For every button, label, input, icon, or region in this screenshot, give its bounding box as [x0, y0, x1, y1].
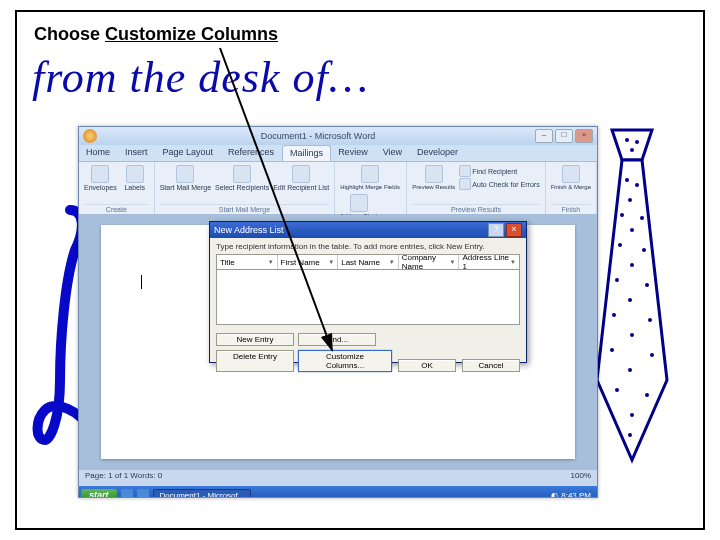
status-zoom[interactable]: 100%	[571, 471, 591, 485]
preview-icon	[425, 165, 443, 183]
document-area[interactable]: New Address List ? × Type recipient info…	[79, 215, 597, 469]
svg-point-4	[635, 183, 639, 187]
edit-recipient-list-button[interactable]: Edit Recipient List	[273, 165, 329, 191]
find-recipient-button[interactable]: Find Recipient	[459, 165, 539, 177]
start-mail-merge-button[interactable]: Start Mail Merge	[160, 165, 211, 191]
tab-mailings[interactable]: Mailings	[282, 145, 331, 161]
column-company[interactable]: Company Name▼	[399, 255, 460, 269]
envelope-icon	[91, 165, 109, 183]
labels-button[interactable]: Labels	[121, 165, 149, 191]
desk-banner: from the desk of…	[32, 52, 369, 103]
quicklaunch-icon[interactable]	[137, 489, 149, 498]
minimize-button[interactable]: –	[535, 129, 553, 143]
ribbon-group-create: Envelopes Labels Create	[79, 162, 155, 214]
dialog-help-button[interactable]: ?	[488, 223, 504, 237]
column-first-name[interactable]: First Name▼	[278, 255, 339, 269]
svg-point-21	[615, 388, 619, 392]
quicklaunch-icon[interactable]	[121, 489, 133, 498]
tab-insert[interactable]: Insert	[118, 145, 156, 161]
ok-button[interactable]: OK	[398, 359, 456, 372]
tab-references[interactable]: References	[221, 145, 282, 161]
instruction-prefix: Choose	[34, 24, 105, 44]
dropdown-icon: ▼	[389, 259, 395, 265]
svg-point-6	[620, 213, 624, 217]
customize-columns-button[interactable]: Customize Columns...	[298, 350, 392, 372]
svg-point-23	[630, 413, 634, 417]
dialog-close-button[interactable]: ×	[506, 223, 522, 237]
svg-point-9	[618, 243, 622, 247]
text-cursor	[141, 275, 142, 289]
column-last-name[interactable]: Last Name▼	[338, 255, 399, 269]
group-label-preview: Preview Results	[412, 204, 539, 213]
group-label-finish: Finish	[551, 204, 591, 213]
cancel-button[interactable]: Cancel	[462, 359, 520, 372]
group-label-start-mail-merge: Start Mail Merge	[160, 204, 329, 213]
dropdown-icon: ▼	[268, 259, 274, 265]
dialog-instruction: Type recipient information in the table.…	[216, 242, 520, 251]
ribbon-tabs: Home Insert Page Layout References Maili…	[79, 145, 597, 162]
svg-point-0	[625, 138, 629, 142]
new-entry-button[interactable]: New Entry	[216, 333, 294, 346]
svg-point-5	[628, 198, 632, 202]
check-icon	[459, 178, 471, 190]
envelopes-button[interactable]: Envelopes	[84, 165, 117, 191]
start-button[interactable]: start	[81, 489, 117, 498]
group-label-create: Create	[84, 204, 149, 213]
svg-point-19	[650, 353, 654, 357]
word-window: Document1 - Microsoft Word – □ × Home In…	[78, 126, 598, 498]
labels-icon	[126, 165, 144, 183]
tray-icon[interactable]: ◐	[551, 491, 558, 499]
finish-merge-button[interactable]: Finish & Merge	[551, 165, 591, 190]
ribbon: Envelopes Labels Create Start Mail Merge…	[79, 162, 597, 215]
svg-point-3	[625, 178, 629, 182]
select-recipients-button[interactable]: Select Recipients	[215, 165, 269, 191]
maximize-button[interactable]: □	[555, 129, 573, 143]
svg-point-17	[630, 333, 634, 337]
column-title[interactable]: Title▼	[217, 255, 278, 269]
windows-taskbar: start Document1 - Microsof... ◐ 8:43 PM	[79, 486, 597, 498]
ribbon-group-write-insert: Highlight Merge Fields Address Block Gre…	[335, 162, 407, 214]
dropdown-icon: ▼	[449, 259, 455, 265]
dropdown-icon: ▼	[328, 259, 334, 265]
svg-point-1	[635, 140, 639, 144]
svg-point-24	[628, 433, 632, 437]
tab-home[interactable]: Home	[79, 145, 118, 161]
address-icon	[350, 194, 368, 212]
svg-point-15	[612, 313, 616, 317]
system-tray[interactable]: ◐ 8:43 PM	[547, 491, 595, 499]
tab-developer[interactable]: Developer	[410, 145, 466, 161]
column-headers-row: Title▼ First Name▼ Last Name▼ Company Na…	[216, 254, 520, 270]
find-icon	[459, 165, 471, 177]
delete-entry-button[interactable]: Delete Entry	[216, 350, 294, 372]
office-button-icon[interactable]	[83, 129, 97, 143]
close-button[interactable]: ×	[575, 129, 593, 143]
address-grid[interactable]	[216, 270, 520, 325]
highlight-icon	[361, 165, 379, 183]
ribbon-group-start-mail-merge: Start Mail Merge Select Recipients Edit …	[155, 162, 335, 214]
svg-point-7	[640, 216, 644, 220]
tab-view[interactable]: View	[376, 145, 410, 161]
dialog-title: New Address List	[214, 225, 488, 235]
tab-review[interactable]: Review	[331, 145, 376, 161]
find-button[interactable]: Find...	[298, 333, 376, 346]
status-bar: Page: 1 of 1 Words: 0 100%	[79, 469, 597, 486]
mail-merge-icon	[176, 165, 194, 183]
new-address-list-dialog: New Address List ? × Type recipient info…	[209, 221, 527, 363]
svg-point-2	[630, 148, 634, 152]
finish-icon	[562, 165, 580, 183]
status-left: Page: 1 of 1 Words: 0	[85, 471, 162, 485]
svg-point-18	[610, 348, 614, 352]
column-address1[interactable]: Address Line 1▼	[459, 255, 519, 269]
dialog-titlebar[interactable]: New Address List ? ×	[210, 222, 526, 238]
dropdown-icon: ▼	[510, 259, 516, 265]
taskbar-item-word[interactable]: Document1 - Microsof...	[153, 489, 252, 499]
word-titlebar[interactable]: Document1 - Microsoft Word – □ ×	[79, 127, 597, 145]
preview-results-button[interactable]: Preview Results	[412, 165, 455, 190]
auto-check-button[interactable]: Auto Check for Errors	[459, 178, 539, 190]
instruction-emphasis: Customize Columns	[105, 24, 278, 44]
ribbon-group-preview: Preview Results Find Recipient Auto Chec…	[407, 162, 545, 214]
recipients-icon	[233, 165, 251, 183]
highlight-fields-button[interactable]: Highlight Merge Fields	[340, 165, 400, 190]
tab-page-layout[interactable]: Page Layout	[156, 145, 222, 161]
edit-list-icon	[292, 165, 310, 183]
